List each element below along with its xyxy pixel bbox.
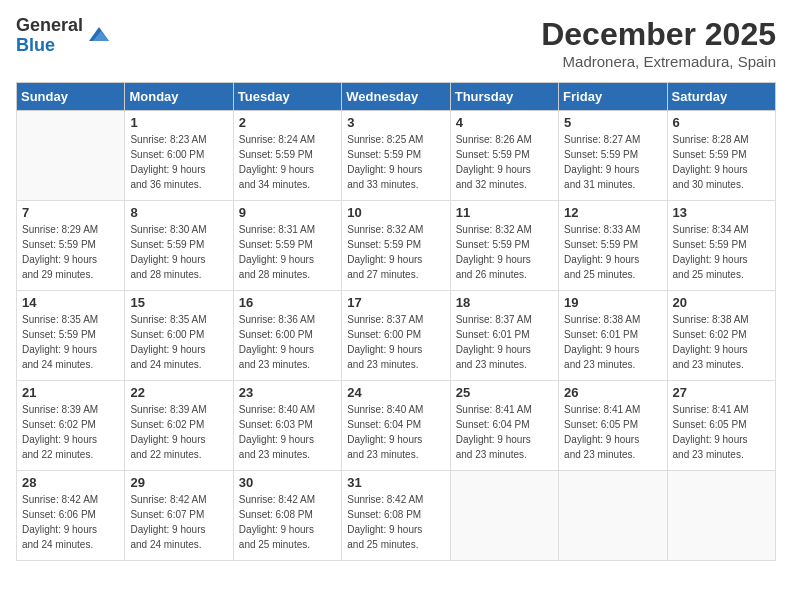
day-info: Sunrise: 8:41 AMSunset: 6:05 PMDaylight:…: [564, 402, 661, 462]
day-number: 27: [673, 385, 770, 400]
calendar-cell: 21Sunrise: 8:39 AMSunset: 6:02 PMDayligh…: [17, 381, 125, 471]
calendar-cell: 22Sunrise: 8:39 AMSunset: 6:02 PMDayligh…: [125, 381, 233, 471]
day-number: 29: [130, 475, 227, 490]
day-number: 18: [456, 295, 553, 310]
calendar-cell: 5Sunrise: 8:27 AMSunset: 5:59 PMDaylight…: [559, 111, 667, 201]
day-info: Sunrise: 8:28 AMSunset: 5:59 PMDaylight:…: [673, 132, 770, 192]
day-number: 8: [130, 205, 227, 220]
calendar-cell: 28Sunrise: 8:42 AMSunset: 6:06 PMDayligh…: [17, 471, 125, 561]
calendar-cell: 30Sunrise: 8:42 AMSunset: 6:08 PMDayligh…: [233, 471, 341, 561]
day-info: Sunrise: 8:42 AMSunset: 6:08 PMDaylight:…: [239, 492, 336, 552]
calendar-cell: 25Sunrise: 8:41 AMSunset: 6:04 PMDayligh…: [450, 381, 558, 471]
day-number: 25: [456, 385, 553, 400]
day-number: 21: [22, 385, 119, 400]
weekday-header: Monday: [125, 83, 233, 111]
day-info: Sunrise: 8:24 AMSunset: 5:59 PMDaylight:…: [239, 132, 336, 192]
calendar-cell: 7Sunrise: 8:29 AMSunset: 5:59 PMDaylight…: [17, 201, 125, 291]
day-info: Sunrise: 8:25 AMSunset: 5:59 PMDaylight:…: [347, 132, 444, 192]
logo: General Blue: [16, 16, 111, 56]
day-number: 24: [347, 385, 444, 400]
logo-blue-text: Blue: [16, 36, 83, 56]
weekday-header: Tuesday: [233, 83, 341, 111]
day-number: 1: [130, 115, 227, 130]
day-info: Sunrise: 8:23 AMSunset: 6:00 PMDaylight:…: [130, 132, 227, 192]
calendar-week-row: 14Sunrise: 8:35 AMSunset: 5:59 PMDayligh…: [17, 291, 776, 381]
calendar-week-row: 7Sunrise: 8:29 AMSunset: 5:59 PMDaylight…: [17, 201, 776, 291]
calendar-cell: 19Sunrise: 8:38 AMSunset: 6:01 PMDayligh…: [559, 291, 667, 381]
day-info: Sunrise: 8:41 AMSunset: 6:05 PMDaylight:…: [673, 402, 770, 462]
calendar-header-row: SundayMondayTuesdayWednesdayThursdayFrid…: [17, 83, 776, 111]
calendar-cell: 14Sunrise: 8:35 AMSunset: 5:59 PMDayligh…: [17, 291, 125, 381]
day-number: 13: [673, 205, 770, 220]
calendar-cell: 16Sunrise: 8:36 AMSunset: 6:00 PMDayligh…: [233, 291, 341, 381]
calendar-cell: 3Sunrise: 8:25 AMSunset: 5:59 PMDaylight…: [342, 111, 450, 201]
day-info: Sunrise: 8:42 AMSunset: 6:08 PMDaylight:…: [347, 492, 444, 552]
day-number: 14: [22, 295, 119, 310]
calendar-table: SundayMondayTuesdayWednesdayThursdayFrid…: [16, 82, 776, 561]
day-info: Sunrise: 8:42 AMSunset: 6:07 PMDaylight:…: [130, 492, 227, 552]
calendar-cell: 9Sunrise: 8:31 AMSunset: 5:59 PMDaylight…: [233, 201, 341, 291]
calendar-cell: 17Sunrise: 8:37 AMSunset: 6:00 PMDayligh…: [342, 291, 450, 381]
calendar-cell: 24Sunrise: 8:40 AMSunset: 6:04 PMDayligh…: [342, 381, 450, 471]
page-header: General Blue December 2025 Madronera, Ex…: [16, 16, 776, 70]
day-info: Sunrise: 8:39 AMSunset: 6:02 PMDaylight:…: [22, 402, 119, 462]
day-number: 28: [22, 475, 119, 490]
day-info: Sunrise: 8:36 AMSunset: 6:00 PMDaylight:…: [239, 312, 336, 372]
calendar-cell: [667, 471, 775, 561]
day-info: Sunrise: 8:35 AMSunset: 5:59 PMDaylight:…: [22, 312, 119, 372]
day-number: 2: [239, 115, 336, 130]
day-number: 9: [239, 205, 336, 220]
calendar-cell: 6Sunrise: 8:28 AMSunset: 5:59 PMDaylight…: [667, 111, 775, 201]
day-number: 12: [564, 205, 661, 220]
day-info: Sunrise: 8:37 AMSunset: 6:01 PMDaylight:…: [456, 312, 553, 372]
calendar-cell: [17, 111, 125, 201]
day-number: 23: [239, 385, 336, 400]
day-info: Sunrise: 8:32 AMSunset: 5:59 PMDaylight:…: [456, 222, 553, 282]
day-number: 22: [130, 385, 227, 400]
calendar-cell: 31Sunrise: 8:42 AMSunset: 6:08 PMDayligh…: [342, 471, 450, 561]
calendar-cell: 12Sunrise: 8:33 AMSunset: 5:59 PMDayligh…: [559, 201, 667, 291]
day-number: 11: [456, 205, 553, 220]
calendar-cell: [450, 471, 558, 561]
calendar-cell: 13Sunrise: 8:34 AMSunset: 5:59 PMDayligh…: [667, 201, 775, 291]
day-number: 19: [564, 295, 661, 310]
weekday-header: Saturday: [667, 83, 775, 111]
calendar-cell: 8Sunrise: 8:30 AMSunset: 5:59 PMDaylight…: [125, 201, 233, 291]
calendar-cell: 4Sunrise: 8:26 AMSunset: 5:59 PMDaylight…: [450, 111, 558, 201]
day-info: Sunrise: 8:38 AMSunset: 6:01 PMDaylight:…: [564, 312, 661, 372]
day-number: 31: [347, 475, 444, 490]
calendar-cell: 11Sunrise: 8:32 AMSunset: 5:59 PMDayligh…: [450, 201, 558, 291]
day-info: Sunrise: 8:34 AMSunset: 5:59 PMDaylight:…: [673, 222, 770, 282]
weekday-header: Friday: [559, 83, 667, 111]
day-info: Sunrise: 8:40 AMSunset: 6:04 PMDaylight:…: [347, 402, 444, 462]
day-info: Sunrise: 8:26 AMSunset: 5:59 PMDaylight:…: [456, 132, 553, 192]
day-info: Sunrise: 8:40 AMSunset: 6:03 PMDaylight:…: [239, 402, 336, 462]
day-number: 17: [347, 295, 444, 310]
day-number: 15: [130, 295, 227, 310]
logo-icon: [87, 23, 111, 47]
day-info: Sunrise: 8:38 AMSunset: 6:02 PMDaylight:…: [673, 312, 770, 372]
day-info: Sunrise: 8:31 AMSunset: 5:59 PMDaylight:…: [239, 222, 336, 282]
day-number: 4: [456, 115, 553, 130]
calendar-cell: [559, 471, 667, 561]
calendar-cell: 29Sunrise: 8:42 AMSunset: 6:07 PMDayligh…: [125, 471, 233, 561]
weekday-header: Wednesday: [342, 83, 450, 111]
day-info: Sunrise: 8:37 AMSunset: 6:00 PMDaylight:…: [347, 312, 444, 372]
title-section: December 2025 Madronera, Extremadura, Sp…: [541, 16, 776, 70]
day-number: 30: [239, 475, 336, 490]
calendar-week-row: 28Sunrise: 8:42 AMSunset: 6:06 PMDayligh…: [17, 471, 776, 561]
day-info: Sunrise: 8:39 AMSunset: 6:02 PMDaylight:…: [130, 402, 227, 462]
day-number: 10: [347, 205, 444, 220]
main-title: December 2025: [541, 16, 776, 53]
day-info: Sunrise: 8:42 AMSunset: 6:06 PMDaylight:…: [22, 492, 119, 552]
calendar-cell: 27Sunrise: 8:41 AMSunset: 6:05 PMDayligh…: [667, 381, 775, 471]
day-number: 7: [22, 205, 119, 220]
weekday-header: Thursday: [450, 83, 558, 111]
day-info: Sunrise: 8:35 AMSunset: 6:00 PMDaylight:…: [130, 312, 227, 372]
calendar-cell: 23Sunrise: 8:40 AMSunset: 6:03 PMDayligh…: [233, 381, 341, 471]
calendar-cell: 2Sunrise: 8:24 AMSunset: 5:59 PMDaylight…: [233, 111, 341, 201]
day-number: 5: [564, 115, 661, 130]
day-number: 26: [564, 385, 661, 400]
day-number: 16: [239, 295, 336, 310]
subtitle: Madronera, Extremadura, Spain: [541, 53, 776, 70]
